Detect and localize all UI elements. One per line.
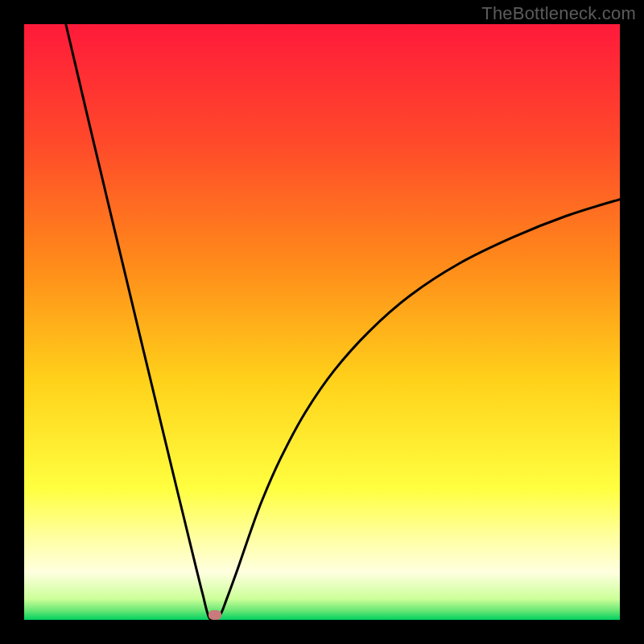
chart-container: TheBottleneck.com [0, 0, 644, 644]
gradient-background [24, 24, 620, 620]
chart-svg [24, 24, 620, 620]
plot-area [24, 24, 620, 620]
optimal-point-marker [208, 610, 221, 620]
watermark-text: TheBottleneck.com [481, 3, 636, 24]
